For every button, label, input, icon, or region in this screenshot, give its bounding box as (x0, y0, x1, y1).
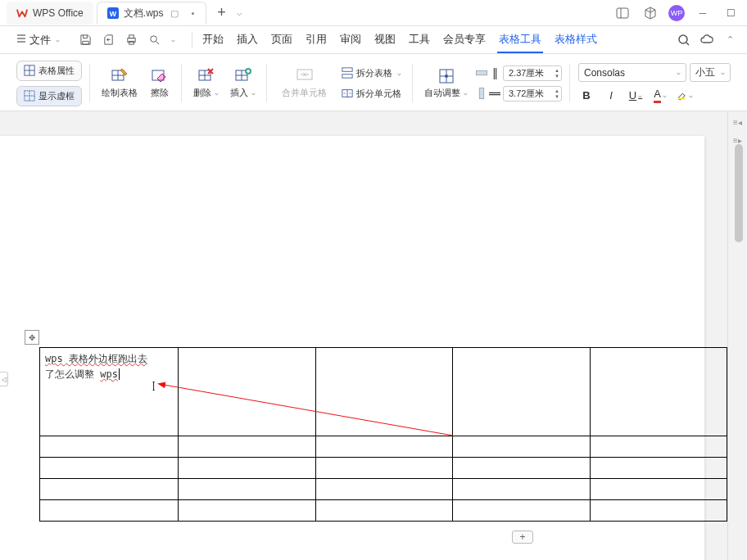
document-table[interactable]: wps 表格外边框跑出去 了怎么调整 wps (39, 347, 727, 522)
italic-button[interactable]: I (603, 87, 619, 103)
svg-point-7 (150, 36, 156, 43)
underline-button[interactable]: U⌵ (627, 87, 644, 103)
autofit-icon (437, 67, 455, 85)
new-tab-button[interactable]: + (210, 2, 233, 25)
show-gridlines-label: 显示虚框 (38, 90, 75, 102)
tab-view[interactable]: 视图 (373, 27, 397, 53)
sidebar-toggle-icon[interactable] (613, 3, 632, 23)
export-icon[interactable] (101, 33, 115, 47)
show-gridlines-button[interactable]: 显示虚框 (16, 86, 82, 106)
menubar-right: ⌃ (677, 33, 737, 47)
table-cell[interactable] (590, 348, 727, 436)
svg-rect-27 (342, 68, 352, 71)
insert-button[interactable]: 插入⌵ (227, 65, 259, 101)
highlight-button[interactable]: ⌵ (677, 87, 693, 103)
table-row[interactable] (40, 479, 727, 500)
insert-label: 插入 (230, 87, 248, 99)
file-menu[interactable]: 文件 ⌵ (10, 29, 66, 51)
format-buttons: B I U⌵ A⌵ ⌵ (578, 87, 731, 103)
svg-rect-5 (129, 35, 134, 38)
ribbon-group-font: Consolas⌵ 小五⌵ B I U⌵ A⌵ ⌵ (570, 59, 739, 107)
tab-table-tools[interactable]: 表格工具 (497, 27, 543, 53)
col-width-input[interactable]: 3.72厘米▲▼ (503, 86, 562, 102)
svg-rect-28 (342, 75, 352, 78)
split-table-label: 拆分表格 (356, 67, 392, 79)
text-cursor (119, 368, 120, 380)
tab-member[interactable]: 会员专享 (441, 27, 487, 53)
draw-table-button[interactable]: 绘制表格 (98, 65, 141, 101)
tab-page[interactable]: 页面 (269, 27, 294, 53)
delete-label: 删除 (193, 87, 211, 99)
eraser-label: 擦除 (151, 87, 169, 99)
table-cell[interactable] (315, 348, 452, 436)
vertical-scrollbar[interactable] (735, 144, 743, 242)
separator (192, 32, 192, 48)
ribbon-group-draw: 绘制表格 擦除 (90, 59, 182, 107)
app-home-tab[interactable]: WPS Office (7, 2, 93, 25)
tab-menu-dropdown[interactable]: ⌵ (233, 7, 246, 20)
row-height-input[interactable]: 2.37厘米▲▼ (503, 65, 562, 81)
svg-text:W: W (110, 10, 117, 18)
tab-start[interactable]: 开始 (201, 27, 225, 53)
tab-reference[interactable]: 引用 (304, 27, 328, 53)
table-move-handle[interactable]: ✥ (25, 330, 39, 345)
cloud-icon[interactable] (699, 33, 714, 47)
table-cell[interactable] (179, 348, 315, 436)
split-cells-button[interactable]: 拆分单元格 (338, 86, 405, 102)
print-preview-icon[interactable] (147, 33, 161, 47)
eraser-button[interactable]: 擦除 (146, 65, 174, 101)
chevron-down-icon: ⌵ (251, 89, 256, 97)
font-family-select[interactable]: Consolas⌵ (578, 63, 686, 82)
chevron-down-icon: ⌵ (464, 89, 468, 97)
ribbon-group-edit: 删除⌵ 插入⌵ (182, 59, 267, 107)
doc-icon: W (107, 7, 119, 19)
font-color-button[interactable]: A⌵ (652, 87, 668, 103)
delete-button[interactable]: 删除⌵ (190, 65, 222, 101)
table-cell[interactable]: wps 表格外边框跑出去 了怎么调整 wps (40, 348, 179, 436)
split-cells-label: 拆分单元格 (356, 88, 401, 100)
row-height-field: ‖ 2.37厘米▲▼ (476, 65, 562, 81)
table-cell[interactable] (453, 348, 590, 436)
cell-content[interactable]: wps 表格外边框跑出去 了怎么调整 wps (45, 351, 173, 382)
table-properties-label: 表格属性 (38, 65, 75, 77)
tab-table-style[interactable]: 表格样式 (553, 27, 599, 53)
ribbon-group-properties: 表格属性 显示虚框 (8, 59, 90, 107)
print-icon[interactable] (124, 33, 138, 47)
ribbon: 表格属性 显示虚框 绘制表格 擦除 删除⌵ 插入⌵ (0, 54, 747, 111)
minimize-button[interactable]: ─ (693, 3, 713, 23)
hamburger-icon (16, 34, 26, 46)
user-avatar[interactable]: WP (668, 5, 685, 21)
left-panel-toggle[interactable]: ◁ (0, 372, 8, 386)
tab-review[interactable]: 审阅 (338, 27, 363, 53)
titlebar-right: WP ─ ☐ (613, 3, 740, 23)
cube-icon[interactable] (641, 3, 660, 23)
delete-icon (197, 67, 215, 85)
tab-insert[interactable]: 插入 (235, 27, 260, 53)
gutter-top-icon[interactable]: ≡◂ (732, 116, 744, 128)
ribbon-group-merge: 合并单元格 拆分表格 ⌵ 拆分单元格 (267, 59, 413, 107)
autofit-button[interactable]: 自动调整⌵ (421, 65, 471, 101)
table-row[interactable] (40, 458, 727, 479)
bold-button[interactable]: B (578, 87, 595, 103)
qat-dropdown-icon[interactable]: ⌵ (171, 36, 175, 43)
add-row-button[interactable]: + (512, 531, 533, 544)
save-icon[interactable] (78, 33, 93, 47)
collapse-ribbon-icon[interactable]: ⌃ (722, 33, 737, 47)
draw-table-label: 绘制表格 (102, 87, 138, 99)
document-tab[interactable]: W 文档.wps ▢ • (97, 2, 207, 25)
table-row[interactable] (40, 436, 727, 458)
table-properties-button[interactable]: 表格属性 (16, 61, 82, 81)
tab-window-icon[interactable]: ▢ (168, 7, 181, 20)
maximize-button[interactable]: ☐ (721, 3, 740, 23)
tab-tools[interactable]: 工具 (407, 27, 432, 53)
table-row[interactable]: wps 表格外边框跑出去 了怎么调整 wps (40, 348, 727, 436)
split-table-button[interactable]: 拆分表格 ⌵ (338, 65, 405, 81)
font-size-select[interactable]: 小五⌵ (690, 63, 731, 82)
row-height-icon (476, 67, 487, 79)
search-icon[interactable] (677, 33, 691, 47)
col-width-field: ‖ 3.72厘米▲▼ (476, 86, 562, 102)
merge-cells-button[interactable]: 合并单元格 (275, 64, 333, 102)
chevron-down-icon: ⌵ (397, 70, 401, 77)
table-row[interactable] (40, 500, 727, 522)
tab-dot-icon[interactable]: • (186, 7, 199, 20)
